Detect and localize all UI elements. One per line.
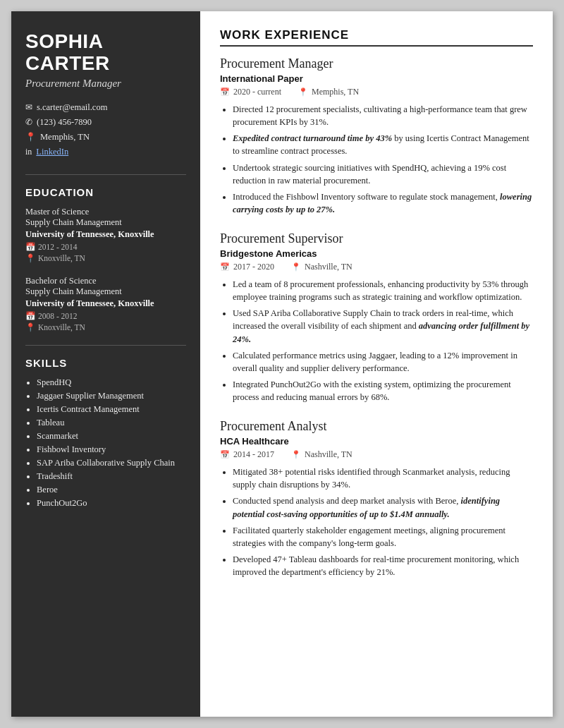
skill-item-5: Fishbowl Inventory (37, 444, 186, 455)
bullet-0-2: Undertook strategic sourcing initiatives… (233, 162, 533, 187)
job-entry-0: Procurement ManagerInternational Paper📅 … (220, 56, 533, 216)
job-years-0: 📅 2020 - current (220, 87, 281, 97)
skill-item-3: Tableau (37, 418, 186, 428)
skill-item-4: Scanmarket (37, 431, 186, 442)
job-company-0: International Paper (220, 73, 533, 84)
job-years-2: 📅 2014 - 2017 (220, 449, 274, 460)
loc-icon: 📍 (291, 262, 301, 272)
contact-email: ✉ s.carter@email.com (25, 102, 186, 113)
cal-icon: 📅 (220, 87, 230, 97)
edu-location-0: 📍 Knoxville, TN (25, 253, 186, 263)
skill-item-7: Tradeshift (37, 471, 186, 482)
linkedin-icon: in (25, 147, 32, 157)
job-company-2: HCA Healthcare (220, 436, 533, 447)
bullet-2-3: Developed 47+ Tableau dashboards for rea… (233, 553, 533, 578)
education-list: Master of Science Supply Chain Managemen… (25, 207, 186, 332)
skill-item-6: SAP Ariba Collaborative Supply Chain (37, 458, 186, 468)
location-icon: 📍 (25, 132, 36, 142)
job-company-1: Bridgestone Americas (220, 248, 533, 259)
loc-icon: 📍 (298, 87, 308, 97)
job-years-1: 📅 2017 - 2020 (220, 262, 274, 272)
edu-field-0: Supply Chain Management (25, 217, 186, 228)
education-section-title: EDUCATION (25, 186, 186, 198)
skill-item-9: PunchOut2Go (37, 498, 186, 509)
bullet-2-2: Facilitated quarterly stakeholder engage… (233, 524, 533, 550)
bullet-0-0: Directed 12 procurement specialists, cul… (233, 103, 533, 128)
bullet-1-0: Led a team of 8 procurement professional… (233, 278, 533, 303)
cal-icon: 📅 (220, 450, 230, 459)
skill-item-8: Beroe (37, 485, 186, 495)
contact-list: ✉ s.carter@email.com ✆ (123) 456-7890 📍 … (25, 102, 186, 157)
job-meta-1: 📅 2017 - 2020📍 Nashville, TN (220, 262, 533, 272)
pin-icon-0: 📍 (25, 253, 35, 263)
job-title-0: Procurement Manager (220, 56, 533, 71)
edu-years-0: 📅 2012 - 2014 (25, 242, 186, 252)
contact-location: 📍 Memphis, TN (25, 132, 186, 142)
linkedin-link[interactable]: LinkedIn (36, 147, 68, 157)
edu-location-1: 📍 Knoxville, TN (25, 322, 186, 332)
loc-icon: 📍 (291, 450, 301, 459)
job-title-2: Procurement Analyst (220, 419, 533, 434)
edu-degree-1: Bachelor of Science (25, 276, 186, 286)
edu-field-1: Supply Chain Management (25, 286, 186, 297)
contact-phone: ✆ (123) 456-7890 (25, 117, 186, 128)
pin-icon-1: 📍 (25, 322, 35, 332)
skill-item-1: Jaggaer Supplier Management (37, 391, 186, 401)
bullet-0-1: Expedited contract turnaround time by 43… (233, 132, 533, 157)
bullet-2-1: Conducted spend analysis and deep market… (233, 495, 533, 520)
jobs-container: Procurement ManagerInternational Paper📅 … (220, 56, 533, 578)
candidate-title: Procurement Manager (25, 78, 186, 90)
bullet-1-2: Calculated performance metrics using Jag… (233, 349, 533, 375)
edu-years-1: 📅 2008 - 2012 (25, 311, 186, 321)
job-meta-2: 📅 2014 - 2017📍 Nashville, TN (220, 449, 533, 460)
email-icon: ✉ (25, 102, 32, 113)
job-entry-1: Procurement SupervisorBridgestone Americ… (220, 231, 533, 404)
bullet-0-3: Introduced the Fishbowl Inventory softwa… (233, 190, 533, 216)
education-entry-0: Master of Science Supply Chain Managemen… (25, 207, 186, 263)
calendar-icon-1: 📅 (25, 311, 35, 321)
main-content: WORK EXPERIENCE Procurement ManagerInter… (200, 11, 553, 717)
skill-item-2: Icertis Contract Management (37, 404, 186, 415)
candidate-name: SOPHIA CARTER (25, 31, 186, 75)
sidebar-divider-2 (25, 345, 186, 346)
job-bullets-0: Directed 12 procurement specialists, cul… (220, 103, 533, 216)
job-entry-2: Procurement AnalystHCA Healthcare📅 2014 … (220, 419, 533, 578)
job-meta-0: 📅 2020 - current📍 Memphis, TN (220, 87, 533, 97)
bullet-1-3: Integrated PunchOut2Go with the existing… (233, 378, 533, 404)
bullet-2-0: Mitigated 38+ potential risks identified… (233, 466, 533, 491)
resume-wrapper: SOPHIA CARTER Procurement Manager ✉ s.ca… (11, 11, 553, 717)
skills-list: SpendHQJaggaer Supplier ManagementIcerti… (25, 377, 186, 509)
job-location-1: 📍 Nashville, TN (291, 262, 352, 272)
sidebar: SOPHIA CARTER Procurement Manager ✉ s.ca… (11, 11, 200, 717)
job-location-2: 📍 Nashville, TN (291, 449, 352, 460)
sidebar-divider-1 (25, 174, 186, 175)
job-title-1: Procurement Supervisor (220, 231, 533, 246)
cal-icon: 📅 (220, 262, 230, 272)
contact-linkedin[interactable]: in LinkedIn (25, 147, 186, 157)
skill-item-0: SpendHQ (37, 377, 186, 388)
job-bullets-2: Mitigated 38+ potential risks identified… (220, 466, 533, 578)
edu-degree-0: Master of Science (25, 207, 186, 217)
edu-school-0: University of Tennessee, Knoxville (25, 229, 186, 240)
bullet-1-1: Used SAP Ariba Collaborative Supply Chai… (233, 307, 533, 345)
job-location-0: 📍 Memphis, TN (298, 87, 359, 97)
phone-icon: ✆ (25, 117, 32, 128)
calendar-icon-0: 📅 (25, 242, 35, 252)
edu-school-1: University of Tennessee, Knoxville (25, 298, 186, 309)
skills-section-title: SKILLS (25, 357, 186, 369)
education-entry-1: Bachelor of Science Supply Chain Managem… (25, 276, 186, 332)
job-bullets-1: Led a team of 8 procurement professional… (220, 278, 533, 404)
work-experience-title: WORK EXPERIENCE (220, 28, 533, 47)
